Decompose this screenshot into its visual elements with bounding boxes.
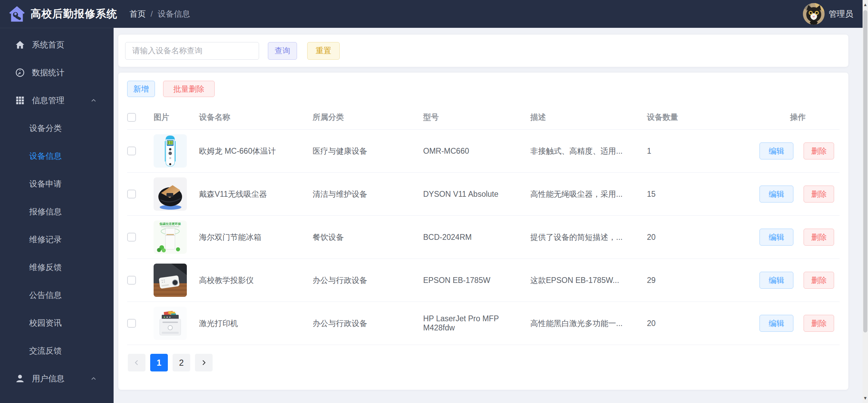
sidebar-group-label: 信息管理	[32, 95, 64, 106]
sidebar-group-label: 用户信息	[32, 373, 64, 384]
row-checkbox[interactable]	[127, 233, 136, 242]
cell-description: 高性能黑白激光多功能一...	[530, 302, 647, 345]
sidebar-item-device-apply[interactable]: 设备申请	[0, 170, 114, 198]
sub-item-label: 维修记录	[29, 234, 62, 245]
sidebar-item-label: 数据统计	[32, 67, 64, 78]
sidebar-item-repair-info[interactable]: 报修信息	[0, 198, 114, 226]
add-button[interactable]: 新增	[127, 81, 155, 97]
delete-button[interactable]: 删除	[804, 229, 834, 246]
cell-model: BCD-2024RM	[423, 216, 530, 259]
table-row: 激光打印机 办公与行政设备 HP LaserJet Pro MFP M428fd…	[127, 302, 840, 345]
cell-device-name: 高校教学投影仪	[199, 259, 313, 302]
cell-category: 办公与行政设备	[313, 259, 423, 302]
cell-description: 非接触式、高精度、适用...	[530, 130, 647, 173]
cell-description: 提供了设备的简短描述，...	[530, 216, 647, 259]
cell-model: EPSON EB-1785W	[423, 259, 530, 302]
cat-avatar-image	[803, 3, 825, 25]
column-header-quantity: 设备数量	[647, 107, 760, 130]
prev-page-button[interactable]	[128, 354, 145, 371]
main-content: 查询 重置 新增 批量删除 图片 设备名称 所属分类 型号 描述 设备数量	[114, 28, 863, 403]
row-checkbox[interactable]	[127, 147, 136, 155]
sub-item-label: 设备信息	[29, 151, 62, 161]
sub-item-label: 公告信息	[29, 290, 62, 301]
device-image-fridge: 低碳生活更环保	[154, 220, 187, 254]
breadcrumb-home[interactable]: 首页	[130, 8, 146, 19]
sidebar-item-announcement[interactable]: 公告信息	[0, 281, 114, 309]
row-checkbox[interactable]	[127, 319, 136, 328]
delete-button[interactable]: 删除	[804, 142, 834, 159]
select-all-checkbox[interactable]	[127, 113, 136, 122]
table-row: 戴森V11无线吸尘器 清洁与维护设备 DYSON V11 Absolute 高性…	[127, 173, 840, 216]
table-row: 低碳生活更环保 海尔双门节能冰箱 餐饮设备	[127, 216, 840, 259]
sidebar-item-campus-news[interactable]: 校园资讯	[0, 309, 114, 337]
scroll-down-arrow-icon[interactable]: ▼	[863, 396, 868, 401]
breadcrumb: 首页 / 设备信息	[130, 8, 190, 19]
edit-button[interactable]: 编辑	[760, 142, 793, 159]
cell-quantity: 20	[647, 302, 760, 345]
sidebar-item-device-category[interactable]: 设备分类	[0, 114, 114, 142]
cell-category: 餐饮设备	[313, 216, 423, 259]
house-wrench-logo-icon	[8, 5, 26, 23]
pagination: 1 2	[128, 354, 840, 382]
device-image-projector	[154, 264, 187, 297]
device-image-vacuum	[154, 177, 187, 211]
device-table: 图片 设备名称 所属分类 型号 描述 设备数量 操作	[127, 107, 840, 345]
table-toolbar: 新增 批量删除	[127, 81, 840, 97]
next-page-button[interactable]	[195, 354, 213, 371]
breadcrumb-current: 设备信息	[158, 8, 190, 19]
cell-description: 这款EPSON EB-1785W...	[530, 259, 647, 302]
page-button-2[interactable]: 2	[173, 354, 190, 371]
page-scrollbar[interactable]: ▲ ▼	[863, 0, 868, 403]
column-header-image: 图片	[154, 107, 199, 130]
sub-item-label: 校园资讯	[29, 318, 62, 328]
row-checkbox[interactable]	[127, 276, 136, 285]
column-header-model: 型号	[423, 107, 530, 130]
sidebar-item-statistics[interactable]: 数据统计	[0, 59, 114, 87]
grid-icon	[15, 95, 25, 105]
edit-button[interactable]: 编辑	[760, 229, 793, 246]
user-avatar[interactable]	[803, 3, 825, 25]
column-header-category: 所属分类	[313, 107, 423, 130]
chevron-left-icon	[133, 359, 140, 366]
edit-button[interactable]: 编辑	[760, 315, 793, 332]
cell-device-name: 海尔双门节能冰箱	[199, 216, 313, 259]
app-title: 高校后勤报修系统	[31, 7, 117, 21]
delete-button[interactable]: 删除	[804, 186, 834, 203]
query-button[interactable]: 查询	[268, 42, 297, 60]
batch-delete-button[interactable]: 批量删除	[163, 81, 215, 97]
sidebar-group-user-info[interactable]: 用户信息	[0, 365, 114, 392]
page-button-1[interactable]: 1	[150, 354, 168, 371]
sidebar-item-repair-record[interactable]: 维修记录	[0, 226, 114, 253]
delete-button[interactable]: 删除	[804, 272, 834, 289]
sidebar-group-info-management[interactable]: 信息管理	[0, 87, 114, 114]
cell-category: 办公与行政设备	[313, 302, 423, 345]
home-icon	[15, 40, 25, 50]
reset-button[interactable]: 重置	[307, 42, 340, 60]
sidebar: 系统首页 数据统计 信息管理 设备分类 设备信息	[0, 28, 114, 403]
edit-button[interactable]: 编辑	[760, 272, 793, 289]
cell-category: 医疗与健康设备	[313, 130, 423, 173]
sidebar-item-system-home[interactable]: 系统首页	[0, 31, 114, 59]
app-header: 高校后勤报修系统 首页 / 设备信息 管理员	[0, 0, 863, 28]
sidebar-item-label: 系统首页	[32, 39, 64, 50]
breadcrumb-separator: /	[151, 9, 153, 19]
row-checkbox[interactable]	[127, 190, 136, 198]
edit-button[interactable]: 编辑	[760, 186, 793, 203]
cell-quantity: 1	[647, 130, 760, 173]
cell-model: OMR-MC660	[423, 130, 530, 173]
sub-item-label: 交流反馈	[29, 345, 62, 356]
scrollbar-thumb[interactable]	[863, 10, 867, 332]
user-name[interactable]: 管理员	[829, 8, 853, 19]
delete-button[interactable]: 删除	[804, 315, 834, 332]
cell-device-name: 激光打印机	[199, 302, 313, 345]
scroll-up-arrow-icon[interactable]: ▲	[863, 2, 868, 7]
device-name-search-input[interactable]	[125, 42, 259, 60]
cell-description: 高性能无绳吸尘器，采用...	[530, 173, 647, 216]
sidebar-item-device-info[interactable]: 设备信息	[0, 142, 114, 170]
cell-quantity: 20	[647, 216, 760, 259]
sidebar-item-communication[interactable]: 交流反馈	[0, 337, 114, 365]
sub-item-label: 报修信息	[29, 206, 62, 217]
fridge-banner-text: 低碳生活更环保	[159, 222, 181, 226]
sidebar-item-repair-feedback[interactable]: 维修反馈	[0, 253, 114, 281]
cell-device-name: 欧姆龙 MC-660体温计	[199, 130, 313, 173]
